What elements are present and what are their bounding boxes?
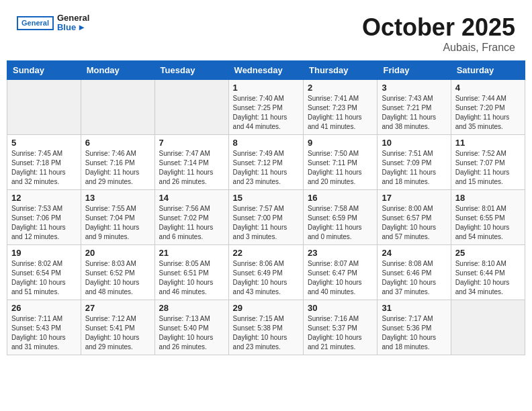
day-number: 16: [308, 193, 373, 203]
calendar-cell: 12Sunrise: 7:53 AM Sunset: 7:06 PM Dayli…: [7, 190, 81, 245]
calendar-cell: 28Sunrise: 7:13 AM Sunset: 5:40 PM Dayli…: [154, 300, 228, 355]
calendar-cell: 14Sunrise: 7:56 AM Sunset: 7:02 PM Dayli…: [154, 190, 228, 245]
day-number: 22: [233, 248, 299, 258]
day-number: 12: [11, 193, 77, 203]
calendar-header-wednesday: Wednesday: [228, 61, 303, 80]
day-number: 29: [233, 303, 299, 313]
day-number: 14: [159, 193, 224, 203]
day-number: 21: [159, 248, 224, 258]
calendar-cell: 5Sunrise: 7:45 AM Sunset: 7:18 PM Daylig…: [7, 135, 81, 190]
day-info: Sunrise: 7:58 AM Sunset: 6:59 PM Dayligh…: [308, 204, 373, 242]
calendar-cell: 31Sunrise: 7:17 AM Sunset: 5:36 PM Dayli…: [378, 300, 451, 355]
calendar-cell: 11Sunrise: 7:52 AM Sunset: 7:07 PM Dayli…: [451, 135, 525, 190]
calendar-cell: 17Sunrise: 8:00 AM Sunset: 6:57 PM Dayli…: [378, 190, 451, 245]
location: Aubais, France: [362, 42, 515, 54]
calendar-cell: 25Sunrise: 8:10 AM Sunset: 6:44 PM Dayli…: [451, 245, 525, 300]
logo-blue: Blue ►: [57, 23, 89, 32]
day-info: Sunrise: 7:13 AM Sunset: 5:40 PM Dayligh…: [159, 314, 224, 352]
calendar-cell: 18Sunrise: 8:01 AM Sunset: 6:55 PM Dayli…: [451, 190, 525, 245]
day-info: Sunrise: 8:03 AM Sunset: 6:52 PM Dayligh…: [85, 259, 150, 297]
calendar-header-row: SundayMondayTuesdayWednesdayThursdayFrid…: [7, 61, 525, 80]
day-info: Sunrise: 8:07 AM Sunset: 6:47 PM Dayligh…: [308, 259, 373, 297]
day-number: 13: [85, 193, 150, 203]
calendar-cell: 30Sunrise: 7:16 AM Sunset: 5:37 PM Dayli…: [304, 300, 378, 355]
day-info: Sunrise: 7:15 AM Sunset: 5:38 PM Dayligh…: [233, 314, 299, 352]
calendar-cell: 19Sunrise: 8:02 AM Sunset: 6:54 PM Dayli…: [7, 245, 81, 300]
calendar-header-thursday: Thursday: [304, 61, 378, 80]
calendar-cell: [7, 80, 81, 135]
day-info: Sunrise: 7:53 AM Sunset: 7:06 PM Dayligh…: [11, 204, 77, 242]
logo: General General Blue ►: [17, 13, 89, 33]
day-number: 7: [159, 138, 224, 148]
day-number: 3: [382, 83, 446, 93]
calendar-cell: 26Sunrise: 7:11 AM Sunset: 5:43 PM Dayli…: [7, 300, 81, 355]
calendar-cell: 27Sunrise: 7:12 AM Sunset: 5:41 PM Dayli…: [81, 300, 154, 355]
calendar-header-monday: Monday: [81, 61, 154, 80]
day-info: Sunrise: 8:10 AM Sunset: 6:44 PM Dayligh…: [455, 259, 521, 297]
calendar-cell: 8Sunrise: 7:49 AM Sunset: 7:12 PM Daylig…: [228, 135, 303, 190]
day-number: 10: [382, 138, 446, 148]
day-info: Sunrise: 7:51 AM Sunset: 7:09 PM Dayligh…: [382, 149, 446, 187]
day-info: Sunrise: 7:43 AM Sunset: 7:21 PM Dayligh…: [382, 94, 446, 132]
day-info: Sunrise: 7:56 AM Sunset: 7:02 PM Dayligh…: [159, 204, 224, 242]
day-info: Sunrise: 7:50 AM Sunset: 7:11 PM Dayligh…: [308, 149, 373, 187]
day-info: Sunrise: 7:46 AM Sunset: 7:16 PM Dayligh…: [85, 149, 150, 187]
title-section: October 2025 Aubais, France: [362, 13, 515, 54]
logo-general: General: [57, 13, 89, 23]
calendar-header-tuesday: Tuesday: [154, 61, 228, 80]
day-number: 6: [85, 138, 150, 148]
day-number: 11: [455, 138, 521, 148]
day-info: Sunrise: 8:00 AM Sunset: 6:57 PM Dayligh…: [382, 204, 446, 242]
day-info: Sunrise: 7:11 AM Sunset: 5:43 PM Dayligh…: [11, 314, 77, 352]
calendar-cell: 4Sunrise: 7:44 AM Sunset: 7:20 PM Daylig…: [451, 80, 525, 135]
day-number: 30: [308, 303, 373, 313]
calendar-week-row: 1Sunrise: 7:40 AM Sunset: 7:25 PM Daylig…: [7, 80, 525, 135]
calendar-cell: 1Sunrise: 7:40 AM Sunset: 7:25 PM Daylig…: [228, 80, 303, 135]
day-number: 18: [455, 193, 521, 203]
logo-box: General: [17, 16, 54, 30]
calendar-cell: [154, 80, 228, 135]
day-number: 15: [233, 193, 299, 203]
day-info: Sunrise: 7:52 AM Sunset: 7:07 PM Dayligh…: [455, 149, 521, 187]
day-number: 9: [308, 138, 373, 148]
calendar-cell: 13Sunrise: 7:55 AM Sunset: 7:04 PM Dayli…: [81, 190, 154, 245]
day-number: 31: [382, 303, 446, 313]
calendar-table: SundayMondayTuesdayWednesdayThursdayFrid…: [7, 60, 525, 355]
calendar-header-sunday: Sunday: [7, 61, 81, 80]
day-info: Sunrise: 7:40 AM Sunset: 7:25 PM Dayligh…: [233, 94, 299, 132]
day-info: Sunrise: 7:44 AM Sunset: 7:20 PM Dayligh…: [455, 94, 521, 132]
calendar-cell: 20Sunrise: 8:03 AM Sunset: 6:52 PM Dayli…: [81, 245, 154, 300]
day-info: Sunrise: 7:12 AM Sunset: 5:41 PM Dayligh…: [85, 314, 150, 352]
calendar-week-row: 26Sunrise: 7:11 AM Sunset: 5:43 PM Dayli…: [7, 300, 525, 355]
calendar-week-row: 12Sunrise: 7:53 AM Sunset: 7:06 PM Dayli…: [7, 190, 525, 245]
day-number: 1: [233, 83, 299, 93]
calendar-cell: 24Sunrise: 8:08 AM Sunset: 6:46 PM Dayli…: [378, 245, 451, 300]
calendar-cell: 16Sunrise: 7:58 AM Sunset: 6:59 PM Dayli…: [304, 190, 378, 245]
day-info: Sunrise: 7:55 AM Sunset: 7:04 PM Dayligh…: [85, 204, 150, 242]
day-info: Sunrise: 8:01 AM Sunset: 6:55 PM Dayligh…: [455, 204, 521, 242]
calendar-cell: [81, 80, 154, 135]
logo-arrow-icon: ►: [77, 23, 86, 32]
day-info: Sunrise: 7:49 AM Sunset: 7:12 PM Dayligh…: [233, 149, 299, 187]
calendar-week-row: 19Sunrise: 8:02 AM Sunset: 6:54 PM Dayli…: [7, 245, 525, 300]
day-info: Sunrise: 7:57 AM Sunset: 7:00 PM Dayligh…: [233, 204, 299, 242]
calendar-cell: 15Sunrise: 7:57 AM Sunset: 7:00 PM Dayli…: [228, 190, 303, 245]
day-info: Sunrise: 8:06 AM Sunset: 6:49 PM Dayligh…: [233, 259, 299, 297]
calendar-header-friday: Friday: [378, 61, 451, 80]
day-info: Sunrise: 7:17 AM Sunset: 5:36 PM Dayligh…: [382, 314, 446, 352]
day-info: Sunrise: 7:16 AM Sunset: 5:37 PM Dayligh…: [308, 314, 373, 352]
day-number: 2: [308, 83, 373, 93]
day-number: 24: [382, 248, 446, 258]
day-number: 19: [11, 248, 77, 258]
day-number: 5: [11, 138, 77, 148]
calendar-week-row: 5Sunrise: 7:45 AM Sunset: 7:18 PM Daylig…: [7, 135, 525, 190]
calendar-cell: 22Sunrise: 8:06 AM Sunset: 6:49 PM Dayli…: [228, 245, 303, 300]
calendar-cell: 21Sunrise: 8:05 AM Sunset: 6:51 PM Dayli…: [154, 245, 228, 300]
day-info: Sunrise: 8:02 AM Sunset: 6:54 PM Dayligh…: [11, 259, 77, 297]
calendar-cell: [451, 300, 525, 355]
day-info: Sunrise: 8:05 AM Sunset: 6:51 PM Dayligh…: [159, 259, 224, 297]
page-header: General General Blue ► October 2025 Auba…: [7, 7, 525, 57]
day-number: 8: [233, 138, 299, 148]
calendar-cell: 10Sunrise: 7:51 AM Sunset: 7:09 PM Dayli…: [378, 135, 451, 190]
month-title: October 2025: [362, 13, 515, 42]
